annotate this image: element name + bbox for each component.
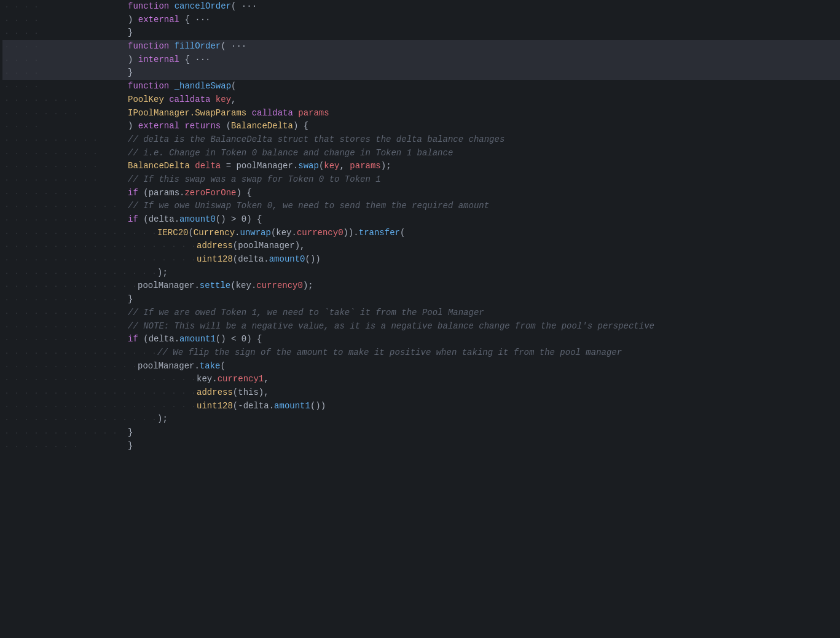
code-token-method: amount0 (179, 213, 216, 227)
code-line: · · · · · · · · · ·// delta is the Balan… (2, 133, 840, 147)
line-dots: · · · · · · · · · · · · (5, 295, 128, 305)
code-token-param: currency1 (218, 373, 264, 386)
code-token-param: delta (195, 160, 221, 173)
code-token-plain: ( (138, 213, 149, 227)
code-token-type: PoolKey (128, 93, 164, 107)
code-token-param: key (216, 93, 231, 107)
line-dots: · · · · · · · · · · · · (5, 322, 128, 332)
code-line: · · · · · · · ·} (2, 440, 840, 453)
code-token-plain: ); (303, 279, 313, 293)
code-token-plain: poolManager. (138, 279, 200, 293)
code-line: · · · · · · · · · ·// i.e. Change in Tok… (2, 147, 840, 160)
code-token-plain: (this), (233, 386, 269, 400)
line-dots: · · · · · · · · · · (5, 136, 128, 146)
code-token-type: address (197, 239, 233, 253)
code-token-plain: delta. (149, 213, 179, 227)
code-line: · · · ·function cancelOrder( ··· (2, 0, 840, 14)
line-dots: · · · · (5, 82, 128, 92)
code-token-plain: } (128, 26, 133, 40)
code-token-plain: , (340, 160, 350, 173)
code-token-type: BalanceDelta (128, 160, 190, 173)
line-dots: · · · · · · · · · · · · · · (5, 282, 138, 292)
code-token-plain: ) (128, 120, 138, 133)
code-token-plain: ()) (305, 253, 320, 266)
line-dots: · · · · (5, 69, 128, 79)
code-token-plain (164, 93, 169, 107)
code-token-type: address (197, 386, 233, 400)
code-line: · · · · · · · · · · · · · · · · · · · ·u… (2, 400, 840, 413)
code-line: · · · ·) external returns (BalanceDelta)… (2, 120, 840, 133)
code-token-comment: // delta is the BalanceDelta struct that… (128, 133, 504, 147)
code-token-plain: ( (319, 160, 324, 173)
code-token-plain: ); (157, 413, 168, 426)
code-token-param: params (298, 107, 329, 120)
code-token-plain: ( (221, 120, 231, 133)
code-line: · · · · · · · · · · · · · · · · · · · ·a… (2, 386, 840, 400)
line-dots: · · · · · · · · · · · · · · · · · · · · (5, 255, 197, 265)
code-token-access: internal (138, 53, 179, 67)
code-token-comment: // If we owe Uniswap Token 0, we need to… (128, 200, 489, 213)
code-token-plain: } (128, 293, 133, 306)
code-token-plain (190, 160, 195, 173)
code-token-plain: () > 0) { (216, 213, 262, 227)
code-line: · · · ·) external { ··· (2, 14, 840, 27)
code-lines: · · · ·function cancelOrder( ···· · · ·)… (0, 0, 840, 638)
code-token-param: zeroForOne (184, 187, 236, 200)
code-token-method: amount0 (269, 253, 305, 266)
code-line: · · · · · · · · · · · ·if (delta.amount0… (2, 213, 840, 227)
code-token-param: params (350, 160, 380, 173)
line-dots: · · · · · · · · · · · · · · (5, 362, 138, 372)
code-token-plain: ( (138, 333, 149, 346)
code-token-access: calldata (252, 107, 293, 120)
code-token-plain: ); (157, 266, 168, 280)
code-token-kw: if (128, 213, 138, 227)
code-token-comment: // We flip the sign of the amount to mak… (157, 346, 622, 360)
code-token-iface: IPoolManager.SwapParams (128, 107, 246, 120)
line-dots: · · · · · · · · · · · · (5, 335, 128, 345)
code-token-comment: // i.e. Change in Token 0 balance and ch… (128, 147, 453, 160)
line-dots: · · · · · · · · (5, 442, 128, 452)
code-token-plain: ( (188, 227, 193, 240)
line-dots: · · · · · · · · · · · · · · · · · · · · (5, 389, 197, 399)
code-line: · · · · · · · · · · · ·// If we owe Unis… (2, 200, 840, 213)
code-token-fn: fillOrder (175, 40, 221, 53)
code-line: · · · ·) internal { ··· (2, 53, 840, 67)
code-token-kw: if (128, 187, 138, 200)
code-token-plain: } (128, 66, 133, 80)
code-token-param: currency0 (297, 227, 343, 240)
line-dots: · · · · · · · · · · · · (5, 309, 128, 319)
line-dots: · · · · · · · · · · (5, 149, 128, 159)
line-dots: · · · · (5, 42, 128, 52)
code-token-plain: key. (276, 227, 297, 240)
code-token-plain: (-delta. (233, 400, 274, 413)
line-dots: · · · · · · · · · · (5, 162, 128, 172)
code-token-method: unwrap (240, 227, 270, 240)
code-token-plain (293, 107, 298, 120)
code-token-plain: ); (381, 160, 391, 173)
code-token-plain: ) (128, 53, 138, 67)
code-token-fn: _handleSwap (175, 80, 231, 93)
code-line: · · · ·function fillOrder( ··· (2, 40, 840, 53)
line-dots: · · · · (5, 122, 128, 132)
code-line: · · · · · · · · · · · · · · · ·IERC20(Cu… (2, 227, 840, 240)
code-token-plain (169, 0, 174, 14)
line-dots: · · · · · · · · · · · · · · · · (5, 349, 157, 359)
code-token-method: settle (200, 279, 230, 293)
code-token-kw: returns (184, 120, 221, 133)
code-line: · · · · · · · · · · · ·if (delta.amount1… (2, 333, 840, 346)
line-dots: · · · · (5, 16, 128, 26)
code-token-plain: ) (128, 14, 138, 27)
code-token-param: currency0 (256, 279, 303, 293)
code-token-param: key (324, 160, 339, 173)
code-line: · · · · · · · · · · · · · · · ·); (2, 413, 840, 426)
code-token-plain: , (231, 93, 236, 107)
line-dots: · · · · · · · · · · · · (5, 216, 128, 225)
code-token-plain: ( (220, 360, 225, 373)
code-token-plain: params. (149, 187, 185, 200)
code-token-kw: function (128, 0, 169, 14)
code-line: · · · · · · · · · ·// If this swap was a… (2, 173, 840, 187)
code-token-access: external (138, 120, 179, 133)
code-line: · · · ·function _handleSwap( (2, 80, 840, 93)
code-token-plain: ( (400, 227, 405, 240)
line-dots: · · · · · · · · · · · · · · · · (5, 415, 157, 425)
